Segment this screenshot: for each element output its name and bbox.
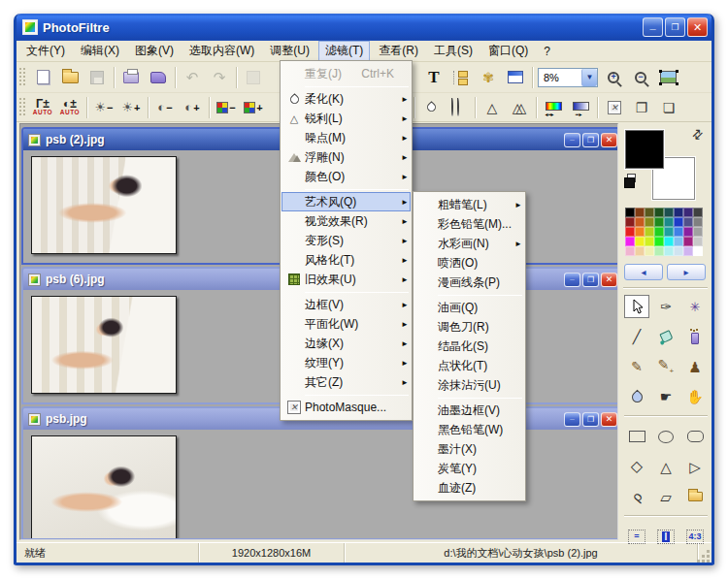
saturation-plus-button[interactable]: + (240, 95, 267, 120)
menu-item[interactable]: 涂抹沾污(U) (414, 375, 524, 395)
rgb-arrows-button[interactable] (540, 95, 567, 120)
text-tool-button[interactable]: T (420, 65, 447, 90)
eyedropper-tool[interactable]: ✑ (653, 295, 678, 318)
palette-color[interactable] (635, 237, 645, 246)
menu-item[interactable]: 彩色铅笔(M)... (414, 214, 524, 234)
palette-color[interactable] (693, 227, 703, 237)
maximize-icon[interactable] (582, 133, 599, 147)
palette-color[interactable] (625, 237, 635, 246)
photomask-button[interactable] (601, 95, 628, 120)
menu-item[interactable]: 旧效果(U) (281, 270, 411, 289)
minimize-icon[interactable] (643, 17, 663, 37)
manual-size-tool[interactable]: = (624, 525, 649, 548)
blur-tool[interactable] (624, 385, 649, 408)
gamma-auto-button[interactable]: Γ±AUTO (29, 95, 56, 120)
menu-item[interactable]: 漫画线条(P) (414, 273, 524, 292)
saturation-minus-button[interactable]: − (213, 95, 240, 120)
foreground-color-swatch[interactable] (625, 130, 664, 169)
menu-item[interactable]: 结晶化(S) (414, 337, 524, 356)
minimize-icon[interactable] (564, 273, 580, 287)
print-button[interactable] (117, 65, 145, 90)
menu-item[interactable]: 柔化(K) (281, 89, 411, 109)
cursor-tool[interactable] (624, 295, 649, 318)
photo-thumbnail[interactable] (31, 156, 177, 254)
close-icon[interactable] (601, 133, 617, 147)
toolbar-grip[interactable] (19, 68, 26, 87)
palette-color[interactable] (683, 237, 693, 246)
open-folder-button[interactable] (56, 65, 83, 90)
palette-color[interactable] (645, 237, 654, 246)
menu-item[interactable]: △锐利(L) (281, 109, 411, 128)
menu-item[interactable]: PhotoMasque... (281, 398, 411, 417)
copy-page-button[interactable]: ❏ (655, 95, 682, 120)
close-icon[interactable] (687, 17, 708, 37)
menubar-item[interactable]: 窗口(Q) (481, 41, 535, 61)
menu-item[interactable]: 颜色(O) (281, 167, 411, 186)
maximize-icon[interactable] (582, 273, 599, 287)
menu-item[interactable]: 边缘(X) (281, 334, 411, 353)
palette-color[interactable] (674, 246, 683, 256)
palette-color[interactable] (693, 217, 703, 227)
menu-item[interactable]: 油墨边框(V) (414, 401, 524, 420)
palette-color[interactable] (693, 237, 703, 246)
palette-color[interactable] (664, 227, 674, 237)
palette-color[interactable] (645, 208, 654, 217)
advanced-brush-tool[interactable]: ✎+ (653, 355, 678, 378)
palette-color[interactable] (674, 208, 683, 217)
menu-item[interactable]: 油画(Q) (414, 298, 524, 317)
soften-more-button[interactable] (445, 95, 472, 120)
palette-color[interactable] (625, 217, 635, 227)
palette-color[interactable] (683, 227, 693, 237)
menu-item[interactable]: 平面化(W) (281, 314, 411, 334)
palette-color[interactable] (654, 217, 664, 227)
menu-item[interactable]: 黑色铅笔(W) (414, 420, 524, 439)
contrast-minus-button[interactable]: ◐− (151, 95, 179, 120)
maximize-icon[interactable] (582, 412, 599, 427)
menubar-item[interactable]: 选取内容(W) (182, 41, 261, 61)
palette-color[interactable] (683, 246, 693, 256)
palette-color[interactable] (645, 246, 654, 256)
palette-color[interactable] (654, 227, 664, 237)
maximize-icon[interactable] (665, 17, 685, 37)
palette-color[interactable] (645, 227, 654, 237)
menu-item[interactable]: 视觉效果(R) (281, 211, 411, 231)
menu-item[interactable]: 浮雕(N) (281, 147, 411, 167)
zoom-out-button[interactable]: − (627, 65, 654, 90)
explorer-button[interactable] (447, 65, 475, 90)
photo-thumbnail[interactable] (31, 296, 177, 394)
menubar-item[interactable]: ? (537, 43, 557, 60)
open-folder-tool-tool[interactable] (682, 485, 708, 508)
spray-tool[interactable] (682, 325, 708, 348)
toolbar-grip[interactable] (19, 98, 26, 117)
palette-color[interactable] (654, 237, 664, 246)
menu-item[interactable]: 变形(S) (281, 231, 411, 250)
right-triangle-select-tool[interactable]: ▷ (682, 455, 708, 478)
palette-next-button[interactable]: ▸ (667, 264, 706, 280)
brush-tool[interactable]: ✎ (624, 355, 649, 378)
menu-item[interactable]: 其它(Z) (281, 372, 411, 392)
zoom-level-combobox[interactable]: 8% (538, 68, 598, 87)
resize-grip[interactable] (698, 543, 711, 563)
palette-color[interactable] (625, 227, 635, 237)
palette-color[interactable] (664, 237, 674, 246)
ellipse-select-tool[interactable] (653, 425, 678, 448)
dropdown-arrow-icon[interactable] (581, 69, 597, 86)
menu-item[interactable]: 点状化(T) (414, 356, 524, 375)
lasso-tool[interactable]: ρ (624, 485, 649, 508)
brightness-minus-button[interactable]: ☀− (90, 95, 117, 120)
sharpen-button[interactable]: △ (479, 95, 506, 120)
palette-prev-button[interactable]: ◂ (624, 264, 663, 280)
palette-color[interactable] (635, 217, 645, 227)
hand-tool[interactable]: ✋ (682, 385, 708, 408)
palette-color[interactable] (683, 217, 693, 227)
palette-color[interactable] (664, 246, 674, 256)
palette-color[interactable] (693, 246, 703, 256)
palette-color[interactable] (683, 208, 693, 217)
line-tool[interactable]: ╱ (624, 325, 649, 348)
menubar-item[interactable]: 工具(S) (427, 41, 480, 61)
menu-item[interactable]: 水彩画(N) (414, 234, 524, 253)
photo-thumbnail[interactable] (31, 435, 177, 540)
diamond-select-tool[interactable]: ◇ (624, 455, 649, 478)
palette-color[interactable] (625, 246, 635, 256)
menu-item[interactable]: 粗蜡笔(L) (414, 195, 524, 214)
